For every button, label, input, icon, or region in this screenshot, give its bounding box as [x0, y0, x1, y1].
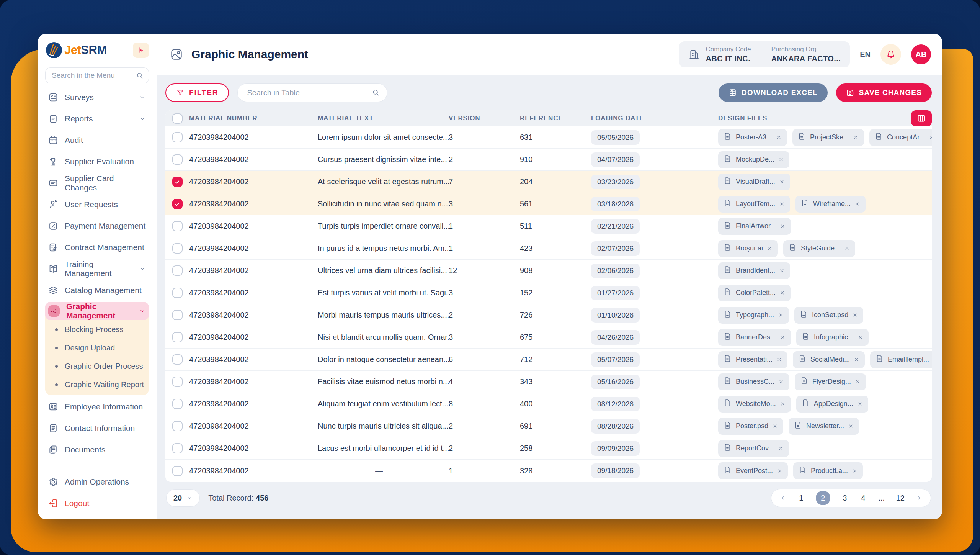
remove-file-icon[interactable] [778, 445, 784, 451]
sidebar-item-employee-information[interactable]: Employee Information [45, 396, 149, 417]
sidebar-item-audit[interactable]: Audit [45, 129, 149, 151]
sidebar-item-training-management[interactable]: Training Management [45, 258, 149, 280]
remove-file-icon[interactable] [854, 357, 859, 362]
language-selector[interactable]: EN [860, 50, 871, 59]
remove-file-icon[interactable] [772, 423, 778, 429]
select-all-checkbox[interactable] [172, 113, 183, 124]
page-prev-icon[interactable] [780, 494, 787, 501]
row-checkbox[interactable] [172, 377, 183, 387]
design-file-chip[interactable]: EventPost... [718, 462, 788, 479]
row-checkbox[interactable] [172, 265, 183, 276]
design-file-chip[interactable]: ColorPalett... [718, 285, 791, 301]
table-search-input[interactable] [237, 83, 387, 102]
remove-file-icon[interactable] [779, 201, 785, 207]
sidebar-item-supplier-evaluation[interactable]: Supplier Evaluation [45, 151, 149, 172]
page-4[interactable]: 4 [859, 494, 867, 503]
page-1[interactable]: 1 [797, 494, 805, 503]
row-checkbox[interactable] [172, 332, 183, 342]
row-checkbox[interactable] [172, 443, 183, 453]
remove-file-icon[interactable] [855, 379, 861, 385]
design-file-chip[interactable]: Presentati... [718, 351, 787, 368]
row-checkbox[interactable] [172, 199, 183, 209]
design-file-chip[interactable]: Typograph... [718, 307, 789, 324]
pagination-ellipsis[interactable]: ... [878, 494, 885, 503]
remove-file-icon[interactable] [844, 246, 850, 251]
sidebar-subitem-design-upload[interactable]: Design Upload [45, 339, 149, 357]
design-file-chip[interactable]: ConceptAr... [869, 129, 932, 146]
remove-file-icon[interactable] [780, 223, 786, 229]
remove-file-icon[interactable] [778, 312, 784, 318]
design-file-chip[interactable]: ReportCov... [718, 440, 789, 457]
design-file-chip[interactable]: BannerDes... [718, 329, 791, 346]
sidebar-item-graphic-management[interactable]: Graphic Management [45, 302, 149, 320]
design-file-chip[interactable]: MockupDe... [718, 151, 789, 168]
design-file-chip[interactable]: Broşür.ai [718, 240, 778, 257]
remove-file-icon[interactable] [929, 134, 932, 140]
sidebar-item-supplier-card-changes[interactable]: Supplier Card Changes [45, 172, 149, 194]
row-checkbox[interactable] [172, 399, 183, 409]
sidebar-subitem-graphic-order-process[interactable]: Graphic Order Process [45, 357, 149, 375]
sidebar-collapse-button[interactable] [133, 43, 149, 58]
sidebar-item-surveys[interactable]: Surveys [45, 87, 149, 108]
design-file-chip[interactable]: ProductLa... [793, 462, 863, 479]
design-file-chip[interactable]: StyleGuide... [783, 240, 855, 257]
org-selector[interactable]: Company Code ABC IT INC. Purchasing Org.… [679, 41, 850, 67]
remove-file-icon[interactable] [780, 334, 786, 340]
row-checkbox[interactable] [172, 354, 183, 365]
download-excel-button[interactable]: DOWNLOAD EXCEL [719, 83, 828, 102]
filter-button[interactable]: FILTER [165, 83, 229, 102]
notifications-button[interactable] [880, 44, 901, 65]
sidebar-item-contact-information[interactable]: Contact Information [45, 417, 149, 439]
sidebar-item-catalog-management[interactable]: Catalog Management [45, 280, 149, 301]
remove-file-icon[interactable] [852, 468, 858, 474]
remove-file-icon[interactable] [776, 134, 782, 140]
design-file-chip[interactable]: WebsiteMo... [718, 396, 791, 413]
sidebar-item-reports[interactable]: Reports [45, 108, 149, 129]
row-checkbox[interactable] [172, 132, 183, 142]
page-next-icon[interactable] [915, 494, 922, 501]
design-file-chip[interactable]: AppDesign... [796, 396, 868, 413]
sidebar-item-user-requests[interactable]: User Requests [45, 194, 149, 215]
remove-file-icon[interactable] [777, 468, 782, 474]
remove-file-icon[interactable] [780, 401, 786, 407]
column-settings-button[interactable] [911, 110, 932, 126]
design-file-chip[interactable]: EmailTempl... [870, 351, 932, 368]
sidebar-item-documents[interactable]: Documents [45, 439, 149, 460]
sidebar-item-logout[interactable]: Logout [45, 493, 149, 514]
page-size-select[interactable]: 20 [166, 489, 200, 507]
page-12[interactable]: 12 [896, 494, 905, 503]
design-file-chip[interactable]: FinalArtwor... [718, 218, 791, 235]
remove-file-icon[interactable] [776, 357, 782, 362]
row-checkbox[interactable] [172, 154, 183, 165]
design-file-chip[interactable]: Infographic... [796, 329, 869, 346]
design-file-chip[interactable]: Newsletter... [789, 418, 859, 435]
remove-file-icon[interactable] [854, 201, 860, 207]
save-changes-button[interactable]: SAVE CHANGES [836, 83, 932, 102]
remove-file-icon[interactable] [779, 268, 785, 273]
design-file-chip[interactable]: Wireframe... [795, 196, 866, 213]
row-checkbox[interactable] [172, 421, 183, 431]
sidebar-item-payment-management[interactable]: Payment Management [45, 215, 149, 237]
page-2[interactable]: 2 [816, 491, 830, 505]
remove-file-icon[interactable] [767, 246, 773, 251]
design-file-chip[interactable]: ProjectSke... [792, 129, 864, 146]
row-checkbox[interactable] [172, 243, 183, 254]
row-checkbox[interactable] [172, 288, 183, 298]
design-file-chip[interactable]: Poster.psd [718, 418, 783, 435]
sidebar-item-contract-management[interactable]: Contract Management [45, 237, 149, 258]
design-file-chip[interactable]: Poster-A3... [718, 129, 787, 146]
design-file-chip[interactable]: LayoutTem... [718, 196, 790, 213]
page-3[interactable]: 3 [841, 494, 849, 503]
remove-file-icon[interactable] [857, 401, 863, 407]
design-file-chip[interactable]: FlyerDesig... [795, 373, 866, 390]
design-file-chip[interactable]: SocialMedi... [793, 351, 865, 368]
remove-file-icon[interactable] [779, 179, 785, 185]
menu-search-input[interactable] [45, 67, 149, 83]
design-file-chip[interactable]: IconSet.psd [794, 307, 863, 324]
sidebar-subitem-blocking-process[interactable]: Blocking Process [45, 320, 149, 339]
remove-file-icon[interactable] [848, 423, 854, 429]
row-checkbox[interactable] [172, 221, 183, 231]
remove-file-icon[interactable] [853, 134, 859, 140]
remove-file-icon[interactable] [778, 157, 784, 162]
remove-file-icon[interactable] [779, 290, 785, 296]
